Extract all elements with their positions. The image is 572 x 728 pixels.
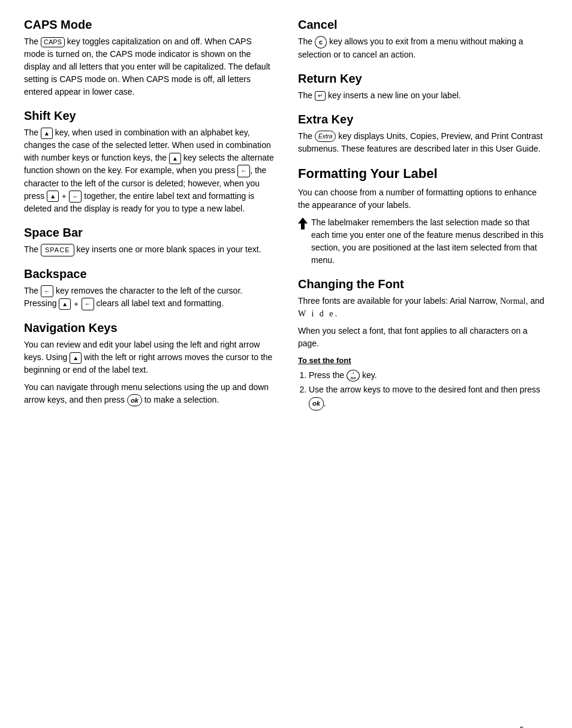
left-column: CAPS Mode The CAPS key toggles capitaliz…: [24, 18, 274, 415]
extra-key-text: The Extra key displays Units, Copies, Pr…: [298, 130, 548, 155]
note-text: The labelmaker remembers the last select…: [311, 216, 548, 267]
caps-mode-text: The CAPS key toggles capitalization on a…: [24, 35, 274, 98]
navigation-keys-heading: Navigation Keys: [24, 321, 274, 335]
return-key-text: The ↵ key inserts a new line on your lab…: [298, 89, 548, 102]
note-arrow-icon: [298, 218, 308, 231]
changing-font-text-2: When you select a font, that font applie…: [298, 325, 548, 350]
shift-key-text: The ▲ key, when used in combination with…: [24, 126, 274, 215]
backspace-text: The ← key removes the character to the l…: [24, 285, 274, 310]
ok-key-2: ok: [309, 397, 324, 410]
backspace-key-4: ←: [82, 298, 94, 310]
cancel-text: The c key allows you to exit from a menu…: [298, 35, 548, 61]
changing-font-text-1: Three fonts are available for your label…: [298, 295, 548, 320]
navigation-keys-text-1: You can review and edit your label using…: [24, 339, 274, 376]
space-key: SPACE: [41, 244, 74, 256]
ok-key-1: ok: [127, 394, 142, 407]
backspace-key-3: ←: [41, 285, 53, 298]
up-arrow-key-3: ▲: [47, 191, 59, 202]
extra-key-heading: Extra Key: [298, 113, 548, 126]
caps-key: CAPS: [41, 37, 65, 47]
font-steps-list: Press the iaa key. Use the arrow keys to…: [309, 368, 548, 410]
space-bar-text: The SPACE key inserts one or more blank …: [24, 243, 274, 256]
font-step-1: Press the iaa key.: [309, 368, 548, 382]
backspace-key-1: ←: [237, 165, 250, 177]
backspace-key-2: ←: [69, 191, 82, 203]
c-key: c: [315, 36, 327, 49]
font-normal-example: Normal: [500, 297, 526, 306]
page-wrapper: CAPS Mode The CAPS key toggles capitaliz…: [24, 18, 548, 728]
return-key-icon: ↵: [315, 91, 326, 101]
page-number: 5: [520, 725, 524, 728]
svg-marker-0: [298, 218, 308, 229]
font-step-2: Use the arrow keys to move to the desire…: [309, 383, 548, 410]
up-arrow-key-5: ▲: [70, 352, 82, 364]
shift-key-heading: Shift Key: [24, 109, 274, 123]
note-container: The labelmaker remembers the last select…: [298, 216, 548, 267]
up-arrow-key-2: ▲: [169, 153, 181, 164]
font-wide-example: W i d e: [298, 309, 335, 318]
formatting-text-1: You can choose from a number of formatti…: [298, 186, 548, 212]
formatting-heading: Formatting Your Label: [298, 166, 548, 182]
cancel-heading: Cancel: [298, 18, 548, 32]
extra-key-icon: Extra: [315, 131, 336, 142]
return-key-heading: Return Key: [298, 72, 548, 86]
iaa-key: iaa: [347, 370, 360, 382]
caps-mode-heading: CAPS Mode: [24, 18, 274, 32]
backspace-heading: Backspace: [24, 267, 274, 281]
page-layout: CAPS Mode The CAPS key toggles capitaliz…: [24, 18, 548, 415]
to-set-font-label: To set the font: [298, 355, 548, 367]
up-arrow-key-4: ▲: [59, 298, 71, 310]
space-bar-heading: Space Bar: [24, 226, 274, 240]
up-arrow-key-1: ▲: [41, 128, 53, 139]
navigation-keys-text-2: You can navigate through menu selections…: [24, 381, 274, 407]
right-column: Cancel The c key allows you to exit from…: [298, 18, 548, 415]
changing-font-heading: Changing the Font: [298, 277, 548, 291]
